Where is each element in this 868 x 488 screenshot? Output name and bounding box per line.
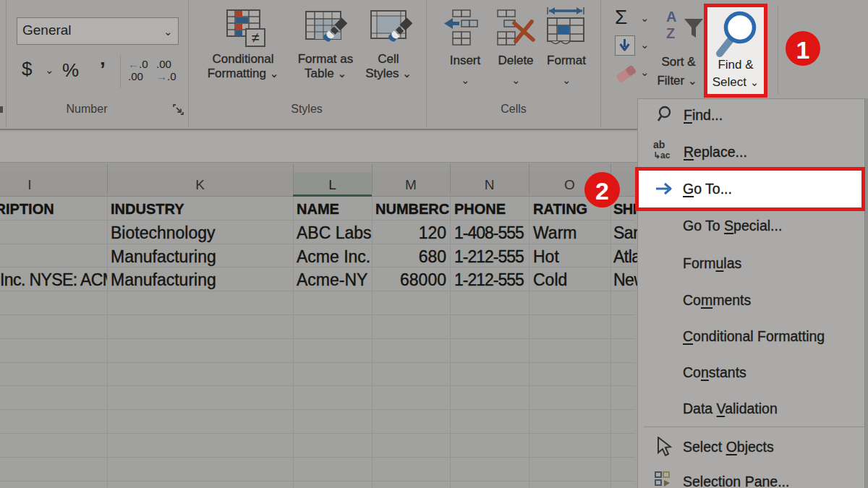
svg-text:≠: ≠ xyxy=(252,30,260,46)
